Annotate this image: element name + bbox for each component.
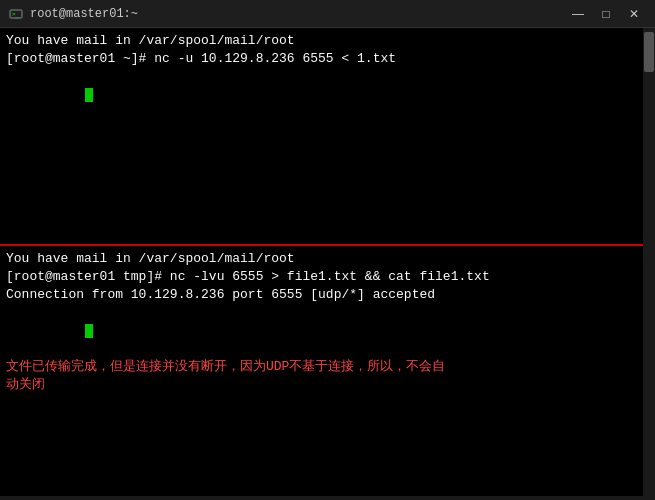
bottom-cursor-line2 — [6, 304, 637, 358]
close-button[interactable]: ✕ — [621, 4, 647, 24]
terminal-icon: >_ — [8, 6, 24, 22]
bottom-line1: You have mail in /var/spool/mail/root — [6, 250, 637, 268]
window-title: root@master01:~ — [30, 7, 138, 21]
terminal-container: You have mail in /var/spool/mail/root [r… — [0, 28, 655, 500]
top-cursor-line — [6, 68, 637, 122]
panes-column: You have mail in /var/spool/mail/root [r… — [0, 28, 643, 500]
minimize-button[interactable]: — — [565, 4, 591, 24]
title-controls: — □ ✕ — [565, 4, 647, 24]
top-cursor — [85, 88, 93, 102]
scrollbar-thumb[interactable] — [644, 32, 654, 72]
pane-wrapper: You have mail in /var/spool/mail/root [r… — [0, 28, 643, 500]
svg-text:>_: >_ — [12, 10, 20, 18]
bottom-line2: [root@master01 tmp]# nc -lvu 6555 > file… — [6, 268, 637, 286]
top-line2: [root@master01 ~]# nc -u 10.129.8.236 65… — [6, 50, 637, 68]
terminal-pane-bottom[interactable]: You have mail in /var/spool/mail/root [r… — [0, 246, 643, 496]
bottom-line5: 动关闭 — [6, 376, 637, 394]
bottom-cursor — [85, 324, 93, 338]
bottom-line3: Connection from 10.129.8.236 port 6555 [… — [6, 286, 637, 304]
terminal-pane-top[interactable]: You have mail in /var/spool/mail/root [r… — [0, 28, 643, 246]
bottom-line4: 文件已传输完成，但是连接并没有断开，因为UDP不基于连接，所以，不会自 — [6, 358, 637, 376]
title-bar: >_ root@master01:~ — □ ✕ — [0, 0, 655, 28]
top-line1: You have mail in /var/spool/mail/root — [6, 32, 637, 50]
title-bar-left: >_ root@master01:~ — [8, 6, 138, 22]
scrollbar[interactable] — [643, 28, 655, 500]
maximize-button[interactable]: □ — [593, 4, 619, 24]
